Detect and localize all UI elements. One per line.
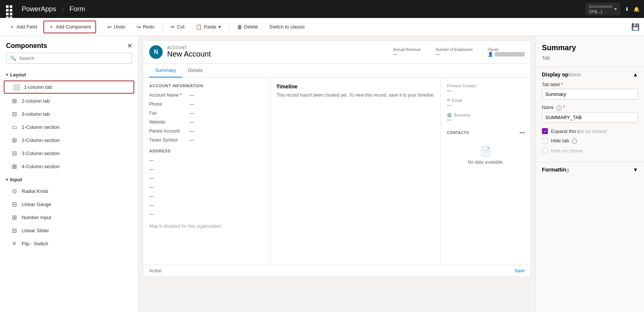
expand-this-label: Expand this tab by default [551,128,607,134]
formatting-chevron-icon: ▼ [633,167,638,173]
tab-label-input[interactable] [542,89,638,100]
delete-label: Delete [244,24,258,30]
contacts-section: CONTACTS ••• 📄 No data available. [447,130,525,172]
add-field-button[interactable]: ＋ Add Field [4,21,42,33]
sidebar-scroll: ▾ Layout ⬜ 1-column tab ⊞ 2-column tab ⊟… [0,68,138,312]
1col-tab-label: 1-column tab [24,84,52,90]
2col-tab-label: 2-column tab [22,98,50,104]
undo-button[interactable]: ↩ Undo [102,21,130,33]
field-phone-value: --- [190,102,264,107]
sidebar-item-radial-knob[interactable]: ⊙ Radial Knob [0,185,138,198]
hide-on-phone-checkbox[interactable] [542,148,548,154]
sidebar-item-2col-tab[interactable]: ⊞ 2-column tab [0,94,138,107]
address-section-title: ADDRESS [149,149,264,153]
expand-this-checkbox[interactable] [542,128,548,134]
address-value-3: --- [149,176,264,181]
field-ticker-symbol-value: --- [190,137,264,143]
address-field-7: --- [149,212,264,217]
form-tabs: Summary Details [143,64,531,78]
canvas: N ACCOUNT New Account Annual Revenue ---… [138,36,536,312]
sidebar-item-2col-section[interactable]: ⊞ 2-Column section [0,134,138,147]
name-input[interactable] [542,112,638,123]
address-field-5: --- [149,194,264,199]
employees-label: Number of Employees [436,48,473,52]
number-input-icon: ⊞ [10,214,18,221]
toolbar-separator-3 [229,22,229,32]
field-fax-label: Fax [149,110,187,116]
sidebar-item-3col-section[interactable]: ⊟ 3-Column section [0,147,138,160]
sidebar-item-flip-switch[interactable]: ≡ Flip - Switch [0,237,138,250]
timeline-message: This record hasn't been created yet. To … [276,93,435,98]
tab-label-field: Tab label [542,82,638,100]
hide-on-phone-label: Hide on phone [551,148,583,154]
tab-summary[interactable]: Summary [149,64,182,78]
field-account-name-value: --- [190,93,264,98]
field-parent-account-value: --- [190,128,264,134]
address-field-2: --- [149,167,264,172]
hide-tab-checkbox[interactable] [542,138,548,144]
formatting-section: Formatting ▼ [536,162,644,182]
input-section-header[interactable]: ▾ Input [0,173,138,185]
sidebar-item-linear-slider[interactable]: ⊟ Linear Slider [0,224,138,237]
4col-section-label: 4-Column section [22,164,59,169]
sidebar-close-button[interactable]: ✕ [127,42,132,49]
sidebar-item-1col-section[interactable]: ▭ 1-Column section [0,121,138,134]
number-input-label: Number Input [22,215,51,220]
tab-label-label: Tab label [542,82,638,87]
sidebar-item-linear-gauge[interactable]: ⊟ Linear Gauge [0,198,138,211]
save-button-footer[interactable]: Save [515,268,525,273]
name-info-icon[interactable]: i [556,105,562,110]
add-field-label: Add Field [16,24,37,30]
switch-classic-button[interactable]: Switch to classic [264,21,310,32]
sidebar-item-3col-tab[interactable]: ⊟ 3-column tab [0,107,138,121]
app-name: PowerApps [22,5,56,13]
form-body: ACCOUNT INFORMATION Account Name --- Pho… [143,78,531,265]
toolbar-right: 💾 [631,23,640,31]
form-label: Form [69,5,85,13]
display-options-header[interactable]: Display options ▲ [542,72,638,78]
name-label: Name i [542,105,638,110]
paste-label: Paste [204,24,216,30]
redo-button[interactable]: ↪ Redo [132,21,159,33]
save-icon[interactable]: 💾 [631,23,640,31]
middle-column: Timeline This record hasn't been created… [270,78,441,265]
linear-gauge-icon: ⊟ [10,201,18,208]
field-parent-account-label: Parent Account [149,128,187,134]
search-input[interactable] [19,55,128,61]
1col-section-label: 1-Column section [22,124,59,130]
paste-chevron-icon[interactable]: ▾ [218,24,221,30]
layout-section-label: Layout [10,72,26,78]
sidebar-item-4col-section[interactable]: ⊠ 4-Column section [0,160,138,173]
paste-button[interactable]: 📋 Paste ▾ [191,21,226,33]
cut-button[interactable]: ✂ Cut [166,21,189,33]
sidebar-item-1col-tab[interactable]: ⬜ 1-column tab [4,81,134,94]
3col-tab-icon: ⊟ [10,110,18,118]
formatting-header[interactable]: Formatting ▼ [542,167,638,173]
hide-tab-info-icon[interactable]: i [572,139,577,144]
contacts-menu-icon[interactable]: ••• [519,130,525,136]
add-component-button[interactable]: ＋ Add Component [43,21,96,33]
notifications-icon[interactable]: 🔔 [634,6,640,12]
field-fax-value: --- [190,110,264,116]
environment-badge[interactable]: Environment (org...) ▾ [585,3,620,15]
sidebar-item-number-input[interactable]: ⊞ Number Input [0,211,138,224]
sidebar: Components ✕ 🔍 ▾ Layout ⬜ 1-column tab ⊞… [0,36,138,312]
waffle-icon[interactable] [4,4,15,14]
address-field-3: --- [149,176,264,181]
field-account-name-label: Account Name [149,93,187,98]
layout-section-header[interactable]: ▾ Layout [0,68,138,80]
account-avatar: N [149,45,163,59]
timeline-section: Timeline This record hasn't been created… [276,84,435,98]
primary-contact-label: Primary Contact [447,84,525,88]
field-ticker-symbol: Ticker Symbol --- [149,137,264,143]
tab-details[interactable]: Details [182,64,209,78]
form-preview: N ACCOUNT New Account Annual Revenue ---… [143,40,531,277]
2col-section-label: 2-Column section [22,137,59,143]
delete-button[interactable]: 🗑 Delete [232,21,263,33]
rp-subtitle: Tab [536,55,644,67]
display-options-chevron-icon: ▲ [633,72,638,78]
field-phone: Phone --- [149,102,264,107]
download-icon[interactable]: ⬇ [625,6,629,12]
address-value-5: --- [149,194,264,199]
business-value: --- [447,117,525,122]
